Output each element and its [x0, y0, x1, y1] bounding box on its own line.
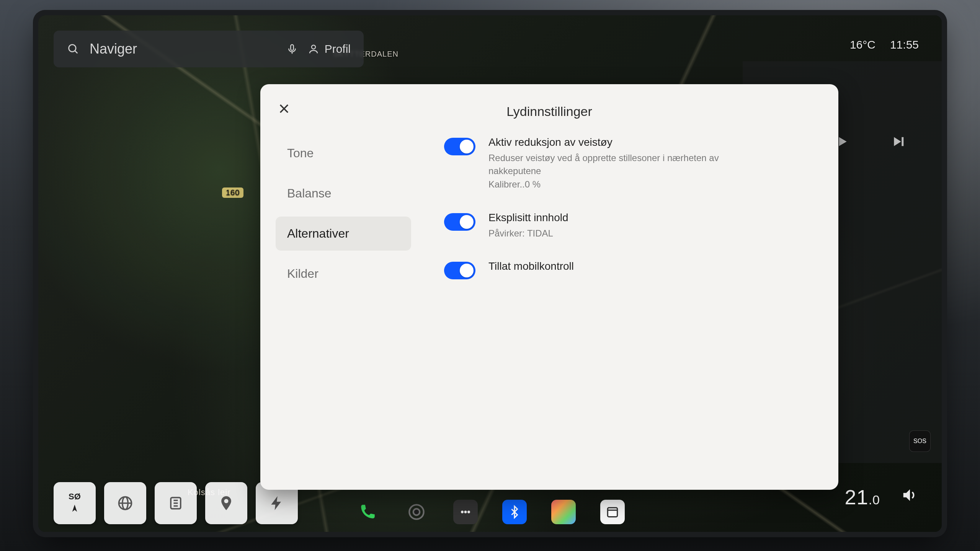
settings-content: Aktiv reduksjon av veistøy Reduser veist…: [421, 136, 838, 490]
compass-button[interactable]: SØ: [54, 482, 96, 524]
svg-rect-2: [291, 45, 294, 51]
svg-marker-13: [72, 505, 77, 512]
svg-point-24: [464, 511, 467, 514]
layers-button[interactable]: [155, 482, 197, 524]
profile-label: Profil: [325, 42, 351, 55]
setting-explicit: Eksplisitt innhold Påvirker: TIDAL: [444, 212, 815, 240]
setting-road-noise-title: Aktiv reduksjon av veistøy: [488, 136, 733, 148]
svg-point-22: [413, 509, 420, 515]
clock: 11:55: [890, 38, 919, 51]
navigate-label: Naviger: [90, 41, 137, 57]
phone-icon[interactable]: [355, 500, 380, 524]
setting-road-noise-status: Kalibrer..0 %: [488, 178, 733, 191]
setting-explicit-desc: Påvirker: TIDAL: [488, 227, 568, 240]
toggle-explicit[interactable]: [444, 213, 475, 231]
svg-rect-26: [608, 508, 617, 517]
audio-settings-modal: Lydinnstillinger Tone Balanse Alternativ…: [260, 84, 838, 490]
compass-text-1: SØ: [69, 492, 81, 502]
profile-button[interactable]: Profil: [308, 42, 351, 55]
apps-icon[interactable]: [453, 500, 478, 524]
calendar-app-icon[interactable]: [600, 500, 625, 524]
outside-temp: 16°C: [850, 38, 875, 51]
svg-point-25: [467, 511, 470, 514]
mic-icon[interactable]: [286, 43, 298, 55]
setting-mobile: Tillat mobilkontroll: [444, 260, 815, 279]
svg-point-23: [461, 511, 464, 514]
nav-tone[interactable]: Tone: [276, 136, 411, 170]
search-icon: [67, 42, 80, 55]
settings-side-nav: Tone Balanse Alternativer Kilder: [260, 136, 421, 490]
svg-marker-8: [894, 137, 901, 146]
modal-title: Lydinnstillinger: [260, 84, 838, 119]
svg-rect-9: [902, 137, 903, 146]
toggle-road-noise[interactable]: [444, 138, 475, 155]
media-next-icon[interactable]: [891, 134, 906, 151]
bluetooth-icon[interactable]: [502, 500, 527, 524]
globe-button[interactable]: [104, 482, 146, 524]
setting-mobile-title: Tillat mobilkontroll: [488, 260, 574, 272]
setting-explicit-title: Eksplisitt innhold: [488, 212, 568, 224]
sos-button[interactable]: SOS: [910, 431, 930, 452]
camera-icon[interactable]: [404, 500, 429, 524]
color-app-icon[interactable]: [551, 500, 576, 524]
navigate-search[interactable]: Naviger Profil: [54, 31, 364, 67]
setting-road-noise: Aktiv reduksjon av veistøy Reduser veist…: [444, 136, 815, 191]
svg-point-0: [69, 45, 76, 52]
map-route-badge: 160: [222, 187, 243, 198]
setting-road-noise-desc: Reduser veistøy ved å opprette stilleson…: [488, 152, 733, 177]
svg-marker-7: [839, 137, 847, 146]
pin-button[interactable]: [205, 482, 247, 524]
nav-balanse[interactable]: Balanse: [276, 176, 411, 210]
svg-line-1: [75, 51, 78, 54]
nav-kilder[interactable]: Kilder: [276, 257, 411, 291]
close-button[interactable]: [275, 99, 293, 118]
toggle-mobile[interactable]: [444, 262, 475, 279]
nav-alternativer[interactable]: Alternativer: [276, 217, 411, 251]
svg-point-4: [312, 45, 315, 49]
